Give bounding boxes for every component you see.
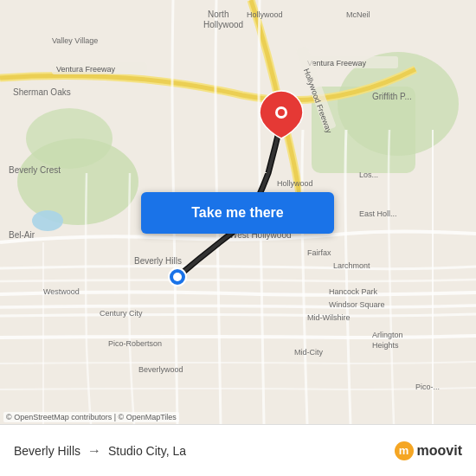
svg-text:Pico-Robertson: Pico-Robertson [108, 339, 162, 348]
svg-text:Century City: Century City [100, 309, 143, 318]
svg-point-40 [173, 273, 182, 281]
destination-label: Studio City, La [108, 444, 186, 458]
svg-text:Griffith P...: Griffith P... [372, 92, 412, 101]
map-attribution: © OpenStreetMap contributors | © OpenMap… [3, 412, 179, 422]
svg-text:Fairfax: Fairfax [307, 248, 331, 257]
svg-text:McNeil: McNeil [346, 10, 370, 19]
svg-text:Ventura Freeway: Ventura Freeway [56, 65, 116, 74]
moovit-logo: m moovit [395, 441, 462, 460]
svg-text:Larchmont: Larchmont [333, 261, 370, 270]
svg-text:Westwood: Westwood [43, 287, 80, 296]
svg-text:Valley Village: Valley Village [52, 36, 98, 45]
map-container: Ventura Freeway Ventura Freeway Hollywoo… [0, 0, 476, 424]
svg-text:Beverlywood: Beverlywood [138, 365, 183, 374]
svg-text:Mid-City: Mid-City [294, 348, 323, 357]
svg-text:Pico-...: Pico-... [415, 383, 440, 391]
origin-label: Beverly Hills [14, 444, 80, 458]
svg-text:Hollywood: Hollywood [247, 10, 283, 19]
moovit-icon: m [395, 441, 414, 460]
svg-text:Heights: Heights [372, 341, 399, 350]
route-arrow-icon: → [87, 443, 101, 459]
svg-text:East Holl...: East Holl... [359, 209, 397, 218]
svg-text:Hollywood: Hollywood [203, 20, 243, 29]
svg-text:Sherman Oaks: Sherman Oaks [13, 87, 71, 97]
svg-text:Hollywood: Hollywood [277, 179, 313, 188]
svg-text:Arlington: Arlington [372, 331, 403, 339]
svg-text:Hancock Park: Hancock Park [329, 287, 378, 296]
moovit-text: moovit [417, 443, 462, 459]
svg-point-2 [26, 108, 113, 169]
svg-text:Ventura Freeway: Ventura Freeway [307, 59, 367, 68]
svg-text:Windsor Square: Windsor Square [329, 300, 385, 309]
svg-point-43 [278, 109, 285, 116]
svg-text:Beverly Hills: Beverly Hills [134, 256, 182, 266]
svg-text:Mid-Wilshire: Mid-Wilshire [307, 313, 351, 322]
take-me-there-button[interactable]: Take me there [141, 192, 334, 234]
svg-text:Los...: Los... [359, 170, 378, 179]
svg-text:Bel-Air: Bel-Air [9, 230, 35, 240]
footer-bar: Beverly Hills → Studio City, La m moovit [0, 424, 476, 476]
route-info: Beverly Hills → Studio City, La [14, 443, 186, 459]
svg-text:North: North [208, 10, 228, 19]
svg-text:Beverly Crest: Beverly Crest [9, 165, 61, 175]
svg-point-5 [32, 210, 63, 231]
